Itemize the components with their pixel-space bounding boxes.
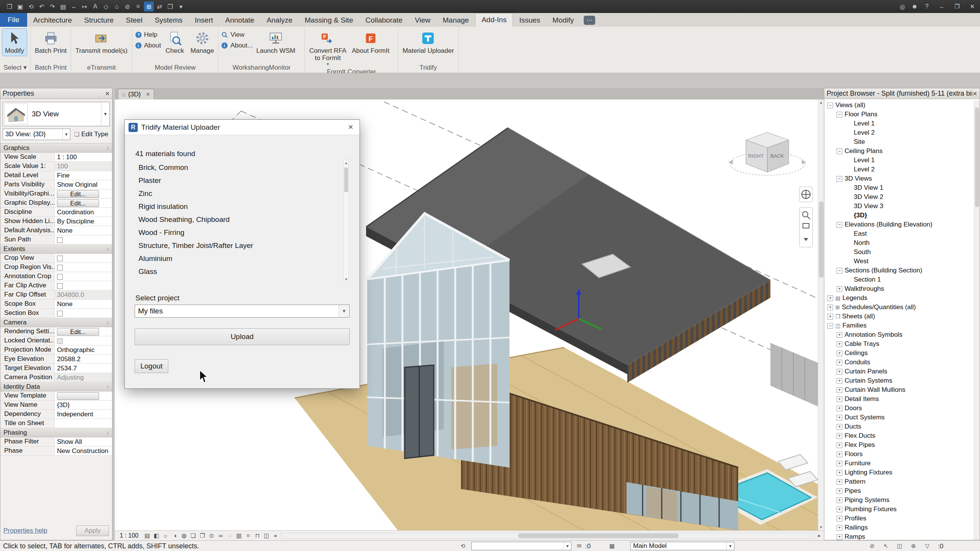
check-button[interactable]: Check [163, 29, 187, 56]
section-icon[interactable]: ⊘ [122, 2, 132, 11]
manage-button[interactable]: Manage [189, 29, 216, 56]
material-item[interactable]: Structure, Timber Joist/Rafter Layer [137, 239, 340, 252]
scroll-down-icon[interactable]: ▼ [343, 276, 349, 282]
property-value[interactable]: 100 [55, 162, 112, 171]
batch-print-button[interactable]: Batch Print [33, 29, 68, 56]
tree-node-floors[interactable]: +Floors [824, 450, 980, 459]
sun-path-icon[interactable]: ☼ [161, 531, 170, 540]
transmit-model-s-button[interactable]: Transmit model(s) [73, 29, 129, 56]
view-selector-combo[interactable]: 3D View: {3D} ▼ [3, 129, 70, 140]
editing-requests-icon[interactable]: ✉ [575, 542, 584, 550]
expand-icon[interactable]: + [837, 470, 842, 476]
property-value[interactable] [55, 309, 112, 318]
tree-node-section-1[interactable]: Section 1 [824, 275, 980, 284]
tree-node-3d-view-1[interactable]: 3D View 1 [824, 183, 980, 192]
about-formit-button[interactable]: FAbout FormIt [350, 29, 391, 56]
ribbon-tab-systems[interactable]: Systems [148, 14, 189, 27]
show-rendering-dialog-icon[interactable]: ◍ [179, 531, 189, 540]
exclude-options-icon[interactable]: ⊘ [868, 542, 877, 550]
expand-icon[interactable]: + [837, 396, 842, 402]
property-value[interactable]: Show All [55, 437, 112, 446]
expand-icon[interactable]: + [837, 360, 842, 365]
tree-node-detail-items[interactable]: +Detail Items [824, 395, 980, 404]
restore-button[interactable]: ❐ [949, 1, 965, 12]
expand-icon[interactable]: + [837, 516, 842, 522]
press-drag-icon[interactable]: ↖ [881, 542, 890, 550]
scrollbar-thumb[interactable] [344, 168, 348, 192]
far-clip-active-checkbox[interactable] [57, 283, 63, 289]
locked-orientat-checkbox[interactable] [57, 338, 63, 344]
tree-node-pattern[interactable]: +Pattern [824, 477, 980, 486]
tree-node-flex-ducts[interactable]: +Flex Ducts [824, 431, 980, 440]
tree-node-ramps[interactable]: +Ramps [824, 532, 980, 540]
annotation-crop-checkbox[interactable] [57, 274, 63, 280]
expand-icon[interactable]: + [837, 415, 842, 421]
expand-icon[interactable]: + [837, 461, 842, 466]
tree-node-level-2[interactable]: Level 2 [824, 128, 980, 137]
ribbon-panel-label[interactable]: Model Review [132, 64, 218, 73]
background-processes-icon[interactable]: ⊕ [909, 542, 918, 550]
modify-button[interactable]: Modify [2, 29, 27, 56]
switch-windows-icon[interactable]: ❐ [165, 2, 175, 11]
material-item[interactable]: Wood Sheathing, Chipboard [137, 213, 340, 226]
save-icon[interactable]: ▣ [15, 2, 25, 11]
logout-button[interactable]: Logout [135, 359, 168, 373]
property-value[interactable] [55, 391, 112, 400]
upload-button[interactable]: Upload [135, 328, 350, 345]
property-group-camera[interactable]: Camera↕ [0, 318, 112, 327]
graphic-display-button[interactable]: Edit... [57, 199, 99, 207]
property-group-phasing[interactable]: Phasing↕ [0, 428, 112, 437]
property-value[interactable]: 2534.7 [55, 364, 112, 373]
crop-region-vis-checkbox[interactable] [57, 265, 63, 271]
text-icon[interactable]: A [90, 2, 100, 11]
ribbon-panel-label[interactable]: Batch Print [31, 64, 71, 73]
material-item[interactable]: Glass [137, 265, 340, 278]
tree-node-cable-trays[interactable]: +Cable Trays [824, 339, 980, 349]
launch-wsm-button[interactable]: Launch WSM [254, 29, 297, 56]
property-value[interactable]: Independent [55, 410, 112, 419]
ribbon-extra-icon[interactable]: ⋯ [584, 16, 595, 25]
detail-level-icon[interactable]: ▤ [143, 531, 152, 540]
close-button[interactable]: ✕ [965, 1, 980, 12]
material-item[interactable]: Brick, Common [137, 161, 340, 174]
ribbon-panel-label[interactable]: Tridify [398, 64, 458, 73]
expand-icon[interactable]: + [837, 387, 842, 393]
measure-icon[interactable]: ↔ [69, 2, 79, 11]
tree-node-walkthroughs[interactable]: +Walkthroughs [824, 284, 980, 293]
rendering-setti-button[interactable]: Edit... [57, 328, 99, 336]
tree-node-site[interactable]: Site [824, 137, 980, 147]
close-icon[interactable]: ✕ [972, 90, 977, 97]
property-value[interactable]: Show Original [55, 180, 112, 189]
property-value[interactable]: Coordination [55, 208, 112, 217]
ribbon-tab-issues[interactable]: Issues [513, 14, 546, 27]
properties-header[interactable]: Properties ✕ [0, 88, 112, 99]
chevron-down-icon[interactable]: ▼ [101, 102, 109, 126]
property-value[interactable] [55, 235, 112, 244]
project-select-dropdown[interactable]: My files ▼ [135, 305, 350, 318]
scroll-up-icon[interactable]: ▲ [343, 160, 349, 166]
tree-node-schedules-quantities-all[interactable]: +⊞Schedules/Quantities (all) [824, 303, 980, 312]
property-value[interactable] [55, 336, 112, 345]
close-icon[interactable]: ✕ [105, 90, 110, 97]
temporary-hide-isolate-icon[interactable]: ∞ [216, 531, 225, 540]
collapse-icon[interactable]: − [837, 112, 842, 117]
expand-icon[interactable]: + [837, 433, 842, 439]
view-scale-button[interactable]: 1 : 100 [116, 532, 142, 540]
property-value[interactable] [55, 272, 112, 281]
expand-icon[interactable]: + [827, 314, 833, 320]
ribbon-tab-annotate[interactable]: Annotate [219, 14, 260, 27]
ribbon-tab-analyze[interactable]: Analyze [260, 14, 299, 27]
tree-node-east[interactable]: East [824, 229, 980, 238]
material-uploader-button[interactable]: Material Uploader [400, 29, 456, 56]
tree-node-pipes[interactable]: +Pipes [824, 486, 980, 496]
redo-icon[interactable]: ↷ [47, 2, 57, 11]
customize-qat-icon[interactable]: ▾ [176, 2, 186, 11]
ribbon-tab-steel[interactable]: Steel [120, 14, 148, 27]
reveal-hidden-elements-icon[interactable]: ◌ [225, 531, 234, 540]
tree-node-sheets-all[interactable]: +❒Sheets (all) [824, 312, 980, 321]
tree-node-level-2[interactable]: Level 2 [824, 165, 980, 174]
tree-node-doors[interactable]: +Doors [824, 404, 980, 413]
thin-lines-icon[interactable]: ≡ [133, 2, 143, 11]
tree-node-elevations-building-elevation[interactable]: −Elevations (Building Elevation) [824, 220, 980, 229]
property-value[interactable]: 20588.2 [55, 355, 112, 364]
